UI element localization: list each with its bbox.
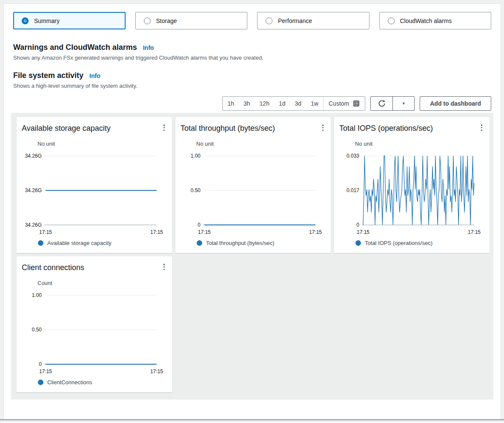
y-axis-unit-label: No unit [196, 141, 326, 147]
y-axis-unit-label: Count [37, 280, 167, 286]
y-axis-unit-label: No unit [355, 141, 484, 147]
svg-text:17:15: 17:15 [357, 229, 369, 235]
chart-toolbar: 1h 3h 12h 1d 3d 1w Custom [13, 96, 491, 111]
chevron-down-icon: ▼ [402, 101, 406, 106]
radio-icon [22, 17, 29, 24]
fsx-monitoring-page: Summary Storage Performance CloudWatch a… [3, 3, 501, 419]
svg-text:34.26G: 34.26G [25, 153, 42, 159]
legend-label: Total throughput (bytes/sec) [206, 240, 274, 246]
range-1h[interactable]: 1h [223, 97, 239, 110]
svg-text:17:15: 17:15 [39, 368, 52, 374]
section-description: Shows a high-level summary of file syste… [13, 83, 491, 89]
legend-swatch [355, 240, 361, 246]
svg-text:17:15: 17:15 [198, 229, 211, 235]
tab-storage[interactable]: Storage [135, 12, 248, 29]
chart-canvas: 1.000.50017:1517:15 [22, 290, 167, 377]
svg-text:17:15: 17:15 [150, 368, 163, 374]
vertical-ellipsis-icon [322, 124, 324, 131]
widget-title: Total throughput (bytes/sec) [180, 123, 275, 133]
info-link[interactable]: Info [143, 44, 154, 51]
section-description: Shows any Amazon FSx generated warnings … [13, 55, 491, 61]
widget-menu-button[interactable] [161, 122, 167, 133]
svg-text:17:15: 17:15 [39, 229, 52, 235]
svg-text:0.017: 0.017 [346, 187, 359, 193]
time-range-selector: 1h 3h 12h 1d 3d 1w Custom [222, 96, 365, 111]
legend-item[interactable]: Available storage capacity [38, 240, 167, 246]
legend-swatch [38, 240, 43, 246]
range-1d[interactable]: 1d [274, 97, 290, 110]
charts-panel: Available storage capacity No unit 34.26… [11, 113, 493, 400]
section-title: File system activity [13, 71, 83, 80]
legend-swatch [38, 380, 43, 385]
tab-summary[interactable]: Summary [13, 12, 126, 29]
widget-title: Total IOPS (operations/sec) [339, 123, 433, 133]
widget-available-storage-capacity: Available storage capacity No unit 34.26… [17, 117, 172, 253]
calendar-grid-icon [353, 100, 360, 107]
svg-text:0: 0 [39, 361, 42, 367]
svg-text:17:15: 17:15 [468, 229, 481, 235]
refresh-icon [378, 100, 386, 107]
widget-menu-button[interactable] [161, 262, 167, 272]
widget-menu-button[interactable] [320, 122, 326, 133]
range-3h[interactable]: 3h [239, 97, 255, 110]
svg-text:0: 0 [198, 222, 200, 228]
y-axis-unit-label: No unit [37, 141, 167, 147]
warnings-section: Warnings and CloudWatch alarms Info Show… [13, 43, 491, 61]
tab-performance[interactable]: Performance [257, 12, 369, 29]
legend-label: ClientConnections [47, 379, 92, 386]
vertical-ellipsis-icon [481, 124, 483, 131]
radio-icon [388, 17, 395, 24]
tab-label: Storage [156, 17, 177, 24]
range-3d[interactable]: 3d [290, 97, 306, 110]
legend-label: Total IOPS (operations/sec) [365, 240, 432, 246]
range-12h[interactable]: 12h [255, 97, 274, 110]
info-link[interactable]: Info [89, 72, 100, 79]
tab-cloudwatch-alarms[interactable]: CloudWatch alarms [379, 12, 492, 29]
widget-title: Available storage capacity [22, 123, 111, 133]
view-tabs: Summary Storage Performance CloudWatch a… [13, 12, 491, 29]
svg-text:1.00: 1.00 [191, 153, 201, 159]
widget-menu-button[interactable] [479, 122, 485, 133]
refresh-options-button[interactable]: ▼ [392, 97, 414, 110]
chart-canvas: 0.0330.017017:1517:15 [339, 151, 484, 238]
section-title: Warnings and CloudWatch alarms [13, 43, 137, 52]
svg-text:34.26G: 34.26G [25, 222, 42, 228]
legend-label: Available storage capacity [47, 240, 112, 246]
widget-total-throughput: Total throughput (bytes/sec) No unit 1.0… [175, 117, 331, 253]
chart-canvas: 1.000.50017:1517:15 [180, 151, 326, 238]
widget-total-iops: Total IOPS (operations/sec) No unit 0.03… [334, 117, 490, 253]
add-to-dashboard-button[interactable]: Add to dashboard [420, 96, 491, 111]
svg-text:0.50: 0.50 [32, 327, 42, 333]
widget-title: Client connections [22, 262, 84, 273]
refresh-button[interactable] [371, 97, 392, 110]
tab-label: Summary [34, 17, 60, 24]
svg-text:0: 0 [356, 222, 359, 228]
tab-label: CloudWatch alarms [400, 17, 452, 24]
legend-swatch [197, 240, 202, 246]
svg-text:0.50: 0.50 [191, 187, 201, 193]
legend-item[interactable]: Total throughput (bytes/sec) [197, 240, 326, 246]
svg-text:17:15: 17:15 [150, 229, 163, 235]
radio-icon [144, 17, 151, 24]
legend-item[interactable]: Total IOPS (operations/sec) [355, 240, 484, 246]
chart-canvas: 34.26G34.26G34.26G17:1517:15 [22, 151, 167, 238]
widget-client-connections: Client connections Count 1.000.50017:151… [17, 256, 172, 392]
activity-section: File system activity Info Shows a high-l… [13, 71, 491, 89]
refresh-split-button: ▼ [370, 96, 415, 111]
vertical-ellipsis-icon [163, 124, 165, 131]
vertical-ellipsis-icon [163, 264, 165, 270]
legend-item[interactable]: ClientConnections [38, 379, 167, 386]
svg-text:1.00: 1.00 [32, 292, 42, 298]
range-custom[interactable]: Custom [323, 97, 365, 110]
svg-text:34.26G: 34.26G [25, 187, 42, 193]
tab-label: Performance [278, 17, 312, 24]
range-1w[interactable]: 1w [306, 97, 323, 110]
page-bottom-rule [0, 419, 504, 423]
radio-icon [266, 17, 272, 24]
svg-text:0.033: 0.033 [346, 153, 359, 159]
svg-text:17:15: 17:15 [309, 229, 322, 235]
